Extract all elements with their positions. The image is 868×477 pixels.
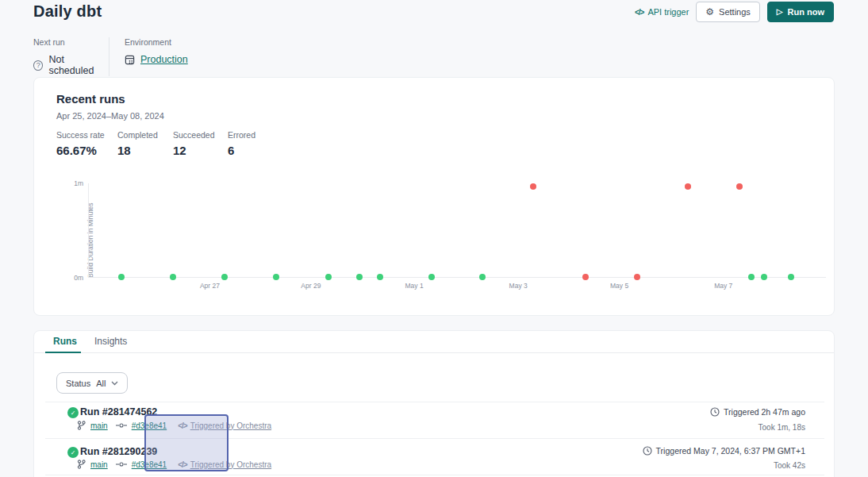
run-subrow: main #d3e8e41 </> Triggered by Orchestra xyxy=(77,421,271,430)
chart-plot xyxy=(88,183,826,278)
chart-point-success[interactable] xyxy=(356,274,363,280)
trigger-badge-label: Triggered by Orchestra xyxy=(190,460,271,469)
environment-label: Environment xyxy=(125,37,188,47)
chart-point-success[interactable] xyxy=(170,274,176,280)
run-now-button[interactable]: ▷ Run now xyxy=(767,2,834,22)
commit-icon xyxy=(116,461,127,467)
gear-icon: ⚙ xyxy=(705,7,714,17)
recent-runs-card: Recent runs Apr 25, 2024–May 08, 2024 Su… xyxy=(33,77,835,316)
runs-card: Runs Insights Status All ✓ Run #28147456… xyxy=(33,330,835,477)
play-icon: ▷ xyxy=(777,8,783,16)
run-triggered: Triggered 2h 47m ago xyxy=(710,407,805,417)
trigger-badge[interactable]: </> Triggered by Orchestra xyxy=(178,421,271,430)
stat-succeeded: Succeeded 12 xyxy=(173,130,228,157)
recent-runs-title: Recent runs xyxy=(56,92,125,106)
run-subrow: main #d3e8e41 </> Triggered by Orchestra xyxy=(77,460,271,469)
code-icon: </> xyxy=(635,8,643,17)
code-icon: </> xyxy=(178,421,186,430)
stat-completed: Completed 18 xyxy=(117,130,173,157)
commit-link[interactable]: #d3e8e41 xyxy=(132,460,167,469)
recent-runs-date-range: Apr 25, 2024–May 08, 2024 xyxy=(56,111,164,121)
chart-point-success[interactable] xyxy=(479,274,486,280)
settings-button[interactable]: ⚙ Settings xyxy=(696,2,760,22)
status-filter-value: All xyxy=(96,379,106,388)
trigger-badge[interactable]: </> Triggered by Orchestra xyxy=(178,460,271,469)
chart-x-tick-label: May 3 xyxy=(509,282,528,290)
tab-runs[interactable]: Runs xyxy=(53,336,77,347)
chart-point-success[interactable] xyxy=(761,274,767,280)
run-now-label: Run now xyxy=(788,7,824,17)
chart-x-tick-label: Apr 27 xyxy=(200,282,220,290)
run-title[interactable]: Run #281474562 xyxy=(80,406,157,417)
api-trigger-label: API trigger xyxy=(647,7,689,17)
list-divider xyxy=(45,438,824,439)
code-icon: </> xyxy=(178,460,186,469)
run-triggered: Triggered May 7, 2024, 6:37 PM GMT+1 xyxy=(643,446,805,456)
chart-point-success[interactable] xyxy=(273,274,279,280)
settings-label: Settings xyxy=(719,7,751,17)
list-divider xyxy=(45,402,824,402)
chart-point-success[interactable] xyxy=(377,274,383,280)
active-tab-underline xyxy=(45,352,81,353)
database-icon xyxy=(125,55,135,65)
chart-x-tick-label: May 5 xyxy=(610,282,628,290)
next-run-value: Not scheduled xyxy=(48,54,109,76)
tab-insights[interactable]: Insights xyxy=(94,336,127,347)
run-triggered-text: Triggered May 7, 2024, 6:37 PM GMT+1 xyxy=(656,446,805,456)
page-title: Daily dbt xyxy=(33,2,102,21)
list-divider xyxy=(45,475,824,475)
branch-link[interactable]: main xyxy=(90,460,108,469)
run-title[interactable]: Run #281290239 xyxy=(80,446,157,457)
environment-link[interactable]: Production xyxy=(140,54,188,65)
branch-link[interactable]: main xyxy=(90,421,108,430)
tab-bar: Runs Insights xyxy=(34,331,834,353)
chart-point-success[interactable] xyxy=(325,274,332,280)
status-filter-dropdown[interactable]: Status All xyxy=(56,372,128,394)
stats-row: Success rate 66.67% Completed 18 Succeed… xyxy=(56,130,255,157)
chart-point-success[interactable] xyxy=(221,274,228,280)
api-trigger-link[interactable]: </> API trigger xyxy=(635,7,689,17)
next-run-block: Next run ? Not scheduled xyxy=(33,37,109,76)
chart-y-tick-0m: 0m xyxy=(58,274,83,282)
chart-x-tick-label: Apr 29 xyxy=(301,282,321,290)
run-took: Took 42s xyxy=(774,461,805,470)
chart-y-tick-1m: 1m xyxy=(58,179,83,187)
job-meta: Next run ? Not scheduled Environment Pro… xyxy=(33,37,188,76)
chart-point-success[interactable] xyxy=(118,274,125,280)
chart-point-success[interactable] xyxy=(428,274,435,280)
chart-point-error[interactable] xyxy=(634,274,640,280)
success-check-icon: ✓ xyxy=(67,407,79,418)
chart-x-tick-label: May 1 xyxy=(405,282,423,290)
chart-point-error[interactable] xyxy=(685,183,691,190)
commit-icon xyxy=(116,422,127,429)
chart-point-error[interactable] xyxy=(736,183,743,190)
clock-icon xyxy=(643,446,652,456)
commit-link[interactable]: #d3e8e41 xyxy=(132,421,167,430)
clock-icon xyxy=(710,407,720,417)
stat-errored: Errored 6 xyxy=(228,130,255,157)
chevron-down-icon xyxy=(111,381,118,386)
run-took: Took 1m, 18s xyxy=(759,423,805,432)
trigger-badge-label: Triggered by Orchestra xyxy=(190,421,271,430)
help-icon: ? xyxy=(33,60,43,71)
git-branch-icon xyxy=(77,421,86,430)
stat-success-rate: Success rate 66.67% xyxy=(56,130,117,157)
success-check-icon: ✓ xyxy=(67,447,79,458)
chart-x-tick-label: May 7 xyxy=(714,282,732,290)
chart-point-success[interactable] xyxy=(788,274,794,280)
run-triggered-text: Triggered 2h 47m ago xyxy=(724,407,805,417)
next-run-label: Next run xyxy=(33,37,109,47)
status-filter-label: Status xyxy=(66,379,90,388)
environment-block: Environment Production xyxy=(109,37,188,76)
chart-point-error[interactable] xyxy=(582,274,589,280)
header-actions: </> API trigger ⚙ Settings ▷ Run now xyxy=(635,2,834,22)
chart-point-error[interactable] xyxy=(530,183,536,190)
git-branch-icon xyxy=(77,460,86,469)
chart-point-success[interactable] xyxy=(748,274,755,280)
chart-x-ticks: Apr 27Apr 29May 1May 3May 5May 7 xyxy=(88,282,826,291)
